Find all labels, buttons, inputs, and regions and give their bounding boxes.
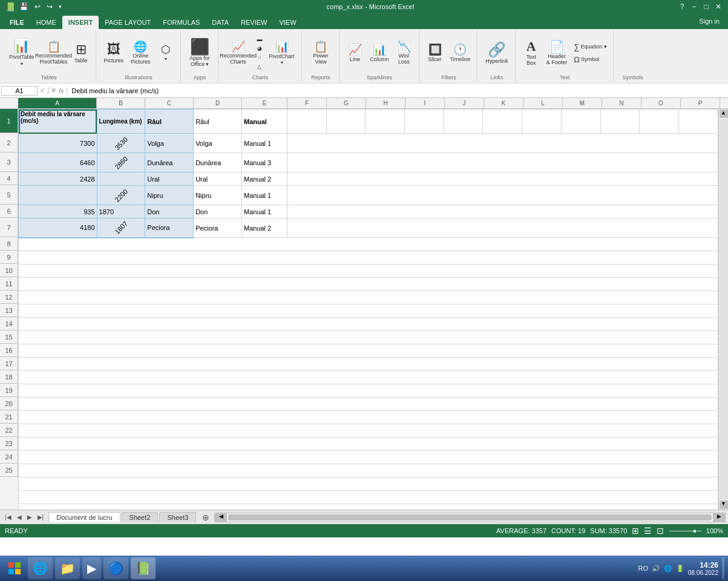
row-header-12[interactable]: 12 xyxy=(0,290,18,304)
cell-C7[interactable]: Peciora xyxy=(145,218,194,238)
col-header-O[interactable]: O xyxy=(641,98,681,108)
sheet-tab-document[interactable]: Document de lucru xyxy=(48,512,120,522)
col-header-K[interactable]: K xyxy=(484,98,523,108)
cell-B6[interactable]: 1870 xyxy=(97,205,145,218)
cell-L1[interactable] xyxy=(522,110,562,134)
col-header-G[interactable]: G xyxy=(327,98,366,108)
recommended-charts-button[interactable]: 📈 RecommendedCharts xyxy=(223,39,254,67)
pictures-button[interactable]: 🖼 Pictures xyxy=(101,41,127,65)
row-header-1[interactable]: 1 xyxy=(0,109,18,133)
network-icon[interactable]: 🌐 xyxy=(664,565,672,573)
shapes-button[interactable]: ⬡ ▾ xyxy=(155,42,177,64)
cell-D4[interactable]: Ural xyxy=(194,172,242,186)
prev-sheet-button[interactable]: ◀ xyxy=(15,513,24,521)
row-header-5[interactable]: 5 xyxy=(0,185,18,205)
win-loss-sparkline-button[interactable]: 📉 Win/Loss xyxy=(393,39,415,67)
cell-J1[interactable] xyxy=(444,110,483,134)
column-sparkline-button[interactable]: 📊 Column xyxy=(367,42,392,64)
row-header-18[interactable]: 18 xyxy=(0,370,18,384)
col-header-B[interactable]: B xyxy=(97,98,145,108)
row-header-10[interactable]: 10 xyxy=(0,264,18,277)
tab-file[interactable]: FILE xyxy=(4,16,30,29)
row-header-17[interactable]: 17 xyxy=(0,357,18,370)
cell-N1[interactable] xyxy=(600,110,640,134)
taskbar-media[interactable]: ▶ xyxy=(82,557,101,579)
add-sheet-button[interactable]: ⊕ xyxy=(200,513,212,522)
cell-B1[interactable]: Lungimea (km) xyxy=(97,110,145,134)
cell-E3[interactable]: Manual 3 xyxy=(241,153,287,172)
sign-in-button[interactable]: Sign in xyxy=(694,15,724,27)
first-sheet-button[interactable]: |◀ xyxy=(2,513,14,521)
show-desktop-button[interactable] xyxy=(722,557,724,579)
cell-C2[interactable]: Volga xyxy=(145,134,194,153)
row-header-15[interactable]: 15 xyxy=(0,330,18,344)
cell-E4[interactable]: Manual 2 xyxy=(241,172,287,186)
quick-access-undo[interactable]: ↩ xyxy=(33,1,42,12)
slicer-button[interactable]: 🔲 Slicer xyxy=(424,42,446,64)
cell-C6[interactable]: Don xyxy=(145,205,194,218)
row-header-13[interactable]: 13 xyxy=(0,304,18,317)
help-button[interactable]: ? xyxy=(677,2,687,11)
cell-A2[interactable]: 7300 xyxy=(19,134,97,153)
cell-A7[interactable]: 4180 xyxy=(19,218,97,238)
col-header-C[interactable]: C xyxy=(145,98,194,108)
tab-data[interactable]: DATA xyxy=(206,16,235,29)
online-pictures-button[interactable]: 🌐 OnlinePictures xyxy=(128,39,154,67)
scatter-chart-button[interactable]: ⁙ xyxy=(255,53,265,62)
speaker-icon[interactable]: 🔊 xyxy=(652,565,660,573)
cell-C4[interactable]: Ural xyxy=(145,172,194,186)
symbol-button[interactable]: Ω Symbol xyxy=(571,54,609,65)
col-header-I[interactable]: I xyxy=(405,98,445,108)
row-header-20[interactable]: 20 xyxy=(0,397,18,410)
apps-for-office-button[interactable]: ⬛ Apps forOffice ▾ xyxy=(186,37,213,70)
sheet-grid[interactable]: Debit mediu la vărsare (mc/s) Lungimea (… xyxy=(18,109,718,510)
cell-E2[interactable]: Manual 1 xyxy=(241,134,287,153)
cell-C1[interactable]: Râul xyxy=(145,110,194,134)
cell-O1[interactable] xyxy=(640,110,679,134)
quick-access-more[interactable]: ▾ xyxy=(57,2,64,11)
quick-access-redo[interactable]: ↪ xyxy=(45,1,54,12)
tab-page-layout[interactable]: PAGE LAYOUT xyxy=(99,16,157,29)
minimize-button[interactable]: − xyxy=(689,2,699,11)
row-header-11[interactable]: 11 xyxy=(0,277,18,290)
col-header-D[interactable]: D xyxy=(194,98,242,108)
h-scroll-thumb[interactable] xyxy=(228,514,712,520)
pie-chart-button[interactable]: ◕ xyxy=(255,44,265,53)
row-header-21[interactable]: 21 xyxy=(0,410,18,424)
cell-reference-box[interactable] xyxy=(1,86,38,96)
zoom-slider[interactable]: ─────●─ xyxy=(669,527,701,534)
cell-E7[interactable]: Manual 2 xyxy=(241,218,287,238)
col-header-J[interactable]: J xyxy=(445,98,484,108)
row-header-25[interactable]: 25 xyxy=(0,464,18,477)
cell-E5[interactable]: Manual 1 xyxy=(241,186,287,205)
view-normal-icon[interactable]: ⊞ xyxy=(632,526,639,536)
col-header-L[interactable]: L xyxy=(523,98,563,108)
cell-C3[interactable]: Dunărea xyxy=(145,153,194,172)
cell-H1[interactable] xyxy=(366,110,405,134)
sheet-tab-sheet3[interactable]: Sheet3 xyxy=(159,512,196,522)
formula-content[interactable]: Debit mediu la vărsare (mc/s) xyxy=(70,87,727,95)
row-header-22[interactable]: 22 xyxy=(0,424,18,437)
row-header-6[interactable]: 6 xyxy=(0,205,18,218)
cell-B3[interactable]: 2860 xyxy=(97,153,145,172)
next-sheet-button[interactable]: ▶ xyxy=(25,513,34,521)
pivot-table-button[interactable]: 📊 PivotTable▾ xyxy=(6,38,38,69)
text-box-button[interactable]: A TextBox xyxy=(520,38,542,68)
taskbar-chrome[interactable]: 🔵 xyxy=(103,557,128,579)
scroll-down-button[interactable]: ▼ xyxy=(720,501,728,509)
col-header-A[interactable]: A xyxy=(18,98,97,108)
recommended-pivottables-button[interactable]: 📋 RecommendedPivotTables xyxy=(39,39,69,67)
cell-D5[interactable]: Nipru xyxy=(194,186,242,205)
row-header-14[interactable]: 14 xyxy=(0,317,18,330)
equation-button[interactable]: ∑ Equation ▾ xyxy=(571,41,609,53)
col-header-M[interactable]: M xyxy=(563,98,602,108)
row-header-3[interactable]: 3 xyxy=(0,153,18,172)
cell-B5[interactable]: 2200 xyxy=(97,186,145,205)
bar-chart-button[interactable]: ▬ xyxy=(255,35,265,44)
cell-I1[interactable] xyxy=(405,110,444,134)
last-sheet-button[interactable]: ▶| xyxy=(35,513,47,521)
cell-P1[interactable] xyxy=(679,110,718,134)
row-header-4[interactable]: 4 xyxy=(0,172,18,185)
cell-A5[interactable] xyxy=(19,186,97,205)
cell-F1[interactable] xyxy=(287,110,326,134)
